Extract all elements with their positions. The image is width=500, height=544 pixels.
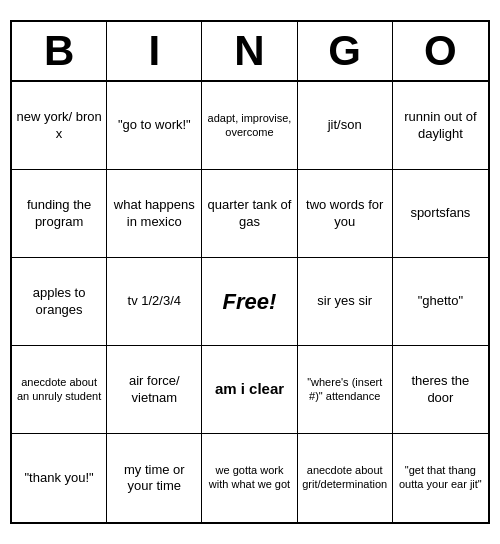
bingo-cell-0: new york/ bron x — [12, 82, 107, 170]
bingo-grid: new york/ bron x"go to work!"adapt, impr… — [12, 82, 488, 522]
bingo-cell-5: funding the program — [12, 170, 107, 258]
bingo-cell-15: anecdote about an unruly student — [12, 346, 107, 434]
bingo-cell-2: adapt, improvise, overcome — [202, 82, 297, 170]
bingo-cell-21: my time or your time — [107, 434, 202, 522]
bingo-cell-9: sportsfans — [393, 170, 488, 258]
bingo-letter-o: O — [393, 22, 488, 80]
bingo-cell-23: anecdote about grit/determination — [298, 434, 393, 522]
bingo-cell-20: "thank you!" — [12, 434, 107, 522]
bingo-cell-17: am i clear — [202, 346, 297, 434]
bingo-letter-n: N — [202, 22, 297, 80]
bingo-cell-13: sir yes sir — [298, 258, 393, 346]
bingo-cell-8: two words for you — [298, 170, 393, 258]
bingo-cell-4: runnin out of daylight — [393, 82, 488, 170]
bingo-cell-1: "go to work!" — [107, 82, 202, 170]
bingo-cell-6: what happens in mexico — [107, 170, 202, 258]
bingo-cell-24: "get that thang outta your ear jit" — [393, 434, 488, 522]
bingo-cell-7: quarter tank of gas — [202, 170, 297, 258]
bingo-cell-22: we gotta work with what we got — [202, 434, 297, 522]
bingo-cell-3: jit/son — [298, 82, 393, 170]
bingo-cell-10: apples to oranges — [12, 258, 107, 346]
bingo-cell-19: theres the door — [393, 346, 488, 434]
bingo-letter-i: I — [107, 22, 202, 80]
bingo-letter-b: B — [12, 22, 107, 80]
bingo-cell-11: tv 1/2/3/4 — [107, 258, 202, 346]
bingo-header: BINGO — [12, 22, 488, 82]
bingo-cell-18: "where's (insert #)" attendance — [298, 346, 393, 434]
bingo-letter-g: G — [298, 22, 393, 80]
bingo-cell-12: Free! — [202, 258, 297, 346]
bingo-cell-16: air force/ vietnam — [107, 346, 202, 434]
bingo-cell-14: "ghetto" — [393, 258, 488, 346]
bingo-card: BINGO new york/ bron x"go to work!"adapt… — [10, 20, 490, 524]
